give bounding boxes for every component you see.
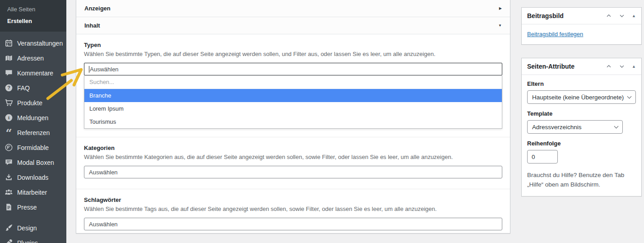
- set-featured-image-link[interactable]: Beitragsbild festlegen: [527, 31, 583, 37]
- dropdown-option-lorem-ipsum[interactable]: Lorem Ipsum: [84, 102, 502, 115]
- dropdown-search-input[interactable]: Suchen...: [84, 75, 502, 89]
- move-down-icon[interactable]: [619, 13, 625, 19]
- accordion-anzeigen[interactable]: Anzeigen ▶: [76, 0, 510, 17]
- postbox-controls: ▲: [606, 13, 636, 19]
- field-typen: Typen Wählen Sie bestimmte Typen, die au…: [76, 34, 510, 137]
- address-map-icon: [5, 54, 13, 62]
- sidebar-item-meldungen[interactable]: i Meldungen: [0, 110, 66, 125]
- postbox-title: Beitragsbild: [527, 12, 564, 19]
- text-cursor: [89, 66, 89, 73]
- postbox-title: Seiten-Attribute: [527, 63, 575, 70]
- cart-icon: [5, 98, 13, 107]
- template-label: Template: [527, 110, 636, 117]
- field-kategorien: Kategorien Wählen Sie bestimmte Kategori…: [76, 137, 510, 189]
- wordpress-admin-page: { "sidebar": { "submenu": [ { "label": "…: [0, 0, 644, 243]
- sidebar-item-label: Mitarbeiter: [17, 189, 47, 196]
- reihenfolge-label: Reihenfolge: [527, 140, 636, 147]
- sidebar-item-formidable[interactable]: Formidable: [0, 140, 66, 155]
- field-description: Wählen Sie bestimmte Typen, die auf dies…: [84, 51, 502, 57]
- sidebar-item-label: Formidable: [17, 144, 49, 151]
- beitragsbild-body: Beitragsbild festlegen: [522, 24, 641, 44]
- admin-sidebar: Alle Seiten Erstellen Veranstaltungen Ad…: [0, 0, 66, 243]
- sidebar-item-downloads[interactable]: Downloads: [0, 170, 66, 185]
- calendar-icon: [5, 39, 13, 47]
- sidebar-item-label: Presse: [17, 204, 37, 211]
- chevron-down-icon: [614, 124, 619, 128]
- sidebar-item-modal-boxen[interactable]: Modal Boxen: [0, 155, 66, 170]
- comment-icon: [5, 69, 13, 77]
- question-circle-icon: ?: [5, 84, 13, 92]
- schlagwoerter-multiselect-input[interactable]: Auswählen: [84, 218, 502, 230]
- field-title: Schlagwörter: [84, 196, 502, 203]
- sidebar-item-label: Adressen: [17, 55, 44, 62]
- svg-text:?: ?: [7, 85, 10, 90]
- sidebar-item-alle-seiten[interactable]: Alle Seiten: [0, 3, 66, 15]
- quote-icon: “: [5, 128, 13, 137]
- sidebar-item-label: Plugins: [17, 239, 38, 243]
- sidebar-item-label: Produkte: [17, 99, 42, 107]
- move-up-icon[interactable]: [606, 63, 612, 70]
- seiten-attribute-body: Eltern Hauptseite (keine Übergeordnete) …: [522, 75, 641, 196]
- paintbrush-icon: [5, 224, 13, 232]
- select-value: Adressverzeichnis: [532, 124, 582, 131]
- dropdown-option-branche[interactable]: Branche: [84, 89, 502, 102]
- multiselect-placeholder: Auswählen: [89, 221, 118, 228]
- sidebar-item-mitarbeiter[interactable]: Mitarbeiter: [0, 185, 66, 200]
- field-title: Typen: [84, 42, 502, 48]
- template-select[interactable]: Adressverzeichnis: [527, 120, 623, 134]
- kategorien-multiselect-input[interactable]: Auswählen: [84, 166, 502, 178]
- multiselect-placeholder: Auswählen: [90, 66, 119, 73]
- sidebar-item-plugins[interactable]: Plugins: [0, 235, 66, 243]
- sidebar-item-label: Modal Boxen: [17, 159, 54, 166]
- sidebar-item-kommentare[interactable]: Kommentare: [0, 65, 66, 80]
- collapse-toggle-icon[interactable]: ▲: [632, 14, 636, 18]
- groups-icon: [5, 188, 13, 196]
- sidebar-item-adressen[interactable]: Adressen: [0, 51, 66, 65]
- typen-multiselect-input[interactable]: Auswählen: [84, 63, 502, 75]
- sidebar-item-referenzen[interactable]: “ Referenzen: [0, 125, 66, 140]
- pages-submenu: Alle Seiten Erstellen: [0, 0, 66, 32]
- seiten-attribute-header[interactable]: Seiten-Attribute ▲: [522, 58, 641, 75]
- sidebar-item-veranstaltungen[interactable]: Veranstaltungen: [0, 36, 66, 51]
- sidebar-item-label: Meldungen: [17, 114, 48, 122]
- sidebar-item-label: Design: [17, 224, 37, 232]
- svg-text:“: “: [5, 128, 12, 137]
- reihenfolge-input[interactable]: [527, 150, 558, 164]
- postbox-controls: ▲: [606, 63, 636, 70]
- field-schlagwoerter: Schlagwörter Wählen Sie bestimmte Tags a…: [76, 189, 510, 234]
- sidebar-item-faq[interactable]: ? FAQ: [0, 80, 66, 95]
- editor-fields-panel: Anzeigen ▶ Inhalt ▼ Typen Wählen Sie bes…: [76, 0, 510, 234]
- multiselect-placeholder: Auswählen: [89, 169, 118, 176]
- document-icon: [5, 203, 13, 211]
- help-text: Brauchst du Hilfe? Benutze den Tab „Hilf…: [527, 171, 636, 190]
- sidebar-item-design[interactable]: Design: [0, 220, 66, 235]
- plugin-icon: [5, 238, 13, 243]
- info-circle-icon: i: [5, 113, 13, 122]
- chevron-down-icon: ▼: [498, 23, 502, 28]
- sidebar-item-label: Veranstaltungen: [17, 40, 63, 47]
- sidebar-item-label: Downloads: [17, 174, 48, 181]
- beitragsbild-header[interactable]: Beitragsbild ▲: [522, 8, 641, 24]
- typen-dropdown: Suchen... Branche Lorem Ipsum Tourismus: [84, 75, 502, 129]
- chat-icon: [5, 158, 13, 167]
- dropdown-option-tourismus[interactable]: Tourismus: [84, 115, 502, 128]
- accordion-inhalt[interactable]: Inhalt ▼: [76, 17, 510, 34]
- sidebar-item-label: Referenzen: [17, 129, 50, 136]
- eltern-select[interactable]: Hauptseite (keine Übergeordnete): [527, 90, 636, 104]
- move-up-icon[interactable]: [606, 13, 612, 19]
- move-down-icon[interactable]: [619, 63, 625, 70]
- sidebar-item-presse[interactable]: Presse: [0, 200, 66, 215]
- field-description: Wählen Sie bestimmte Kategorien aus, die…: [84, 154, 502, 160]
- sidebar-item-erstellen[interactable]: Erstellen: [0, 15, 66, 27]
- select-value: Hauptseite (keine Übergeordnete): [532, 94, 624, 101]
- download-icon: [5, 173, 13, 182]
- collapse-toggle-icon[interactable]: ▲: [632, 64, 636, 69]
- eltern-label: Eltern: [527, 80, 636, 87]
- beitragsbild-postbox: Beitragsbild ▲ Beitragsbild festlegen: [521, 7, 642, 45]
- sidebar-item-produkte[interactable]: Produkte: [0, 95, 66, 110]
- sidebar-item-label: FAQ: [17, 84, 30, 92]
- sidebar-item-label: Kommentare: [17, 70, 53, 77]
- seiten-attribute-postbox: Seiten-Attribute ▲ Eltern Hauptseite (ke…: [521, 58, 642, 196]
- accordion-label: Anzeigen: [84, 5, 111, 12]
- field-title: Kategorien: [84, 145, 502, 151]
